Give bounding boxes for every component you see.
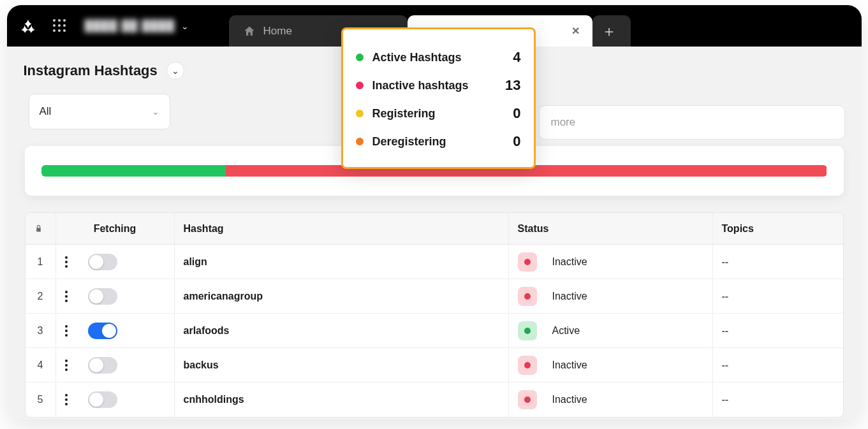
- fetching-toggle[interactable]: [88, 288, 117, 305]
- row-index: 2: [26, 279, 56, 313]
- dot-icon: [356, 54, 364, 61]
- stat-active-value: 4: [513, 49, 520, 66]
- lock-icon: [34, 224, 43, 233]
- fetching-cell: [56, 279, 175, 313]
- status-cell: Inactive: [509, 279, 713, 313]
- chevron-down-icon: ⌄: [152, 106, 159, 117]
- table-row[interactable]: 2americanagroupInactive--: [26, 279, 843, 314]
- topics-cell: --: [713, 245, 843, 279]
- topics-cell: --: [713, 382, 843, 417]
- fetching-cell: [56, 382, 175, 417]
- table-header: Fetching Hashtag Status Topics: [26, 213, 843, 245]
- status-indicator-icon: [518, 321, 537, 340]
- workspace-selector[interactable]: ████ ██ ████ ⌄: [85, 20, 189, 33]
- table-row[interactable]: 5cnhholdingsInactive--: [26, 382, 843, 417]
- search-input[interactable]: [539, 105, 845, 140]
- filter-status-value: All: [40, 105, 52, 118]
- topics-cell: --: [713, 348, 843, 382]
- stat-active-label: Active Hashtags: [372, 51, 462, 64]
- fetching-toggle[interactable]: [88, 391, 117, 408]
- status-text: Inactive: [552, 291, 587, 302]
- stat-registering-value: 0: [513, 105, 520, 122]
- stat-inactive-label: Inactive hashtags: [372, 79, 469, 92]
- app-window: ████ ██ ████ ⌄ Home gs ✕ ＋ Instagram Has…: [7, 5, 862, 419]
- row-menu-icon[interactable]: [65, 291, 68, 302]
- topics-cell: --: [713, 279, 843, 313]
- column-hashtag[interactable]: Hashtag: [175, 213, 509, 244]
- table-row[interactable]: 1alignInactive--: [26, 245, 843, 279]
- fetching-cell: [56, 245, 175, 279]
- column-index: [26, 213, 56, 244]
- hashtag-stats-popover: Active Hashtags 4 Inactive hashtags 13 R…: [341, 27, 536, 169]
- stat-deregistering-value: 0: [513, 133, 520, 150]
- tab-add-button[interactable]: ＋: [592, 15, 631, 47]
- hashtag-cell: americanagroup: [175, 279, 509, 313]
- progress-segment-active: [41, 165, 226, 177]
- brand-logo-icon[interactable]: [18, 17, 38, 36]
- fetching-toggle[interactable]: [88, 254, 117, 270]
- hashtag-cell: backus: [175, 348, 509, 382]
- title-dropdown-button[interactable]: ⌄: [166, 62, 184, 80]
- row-menu-icon[interactable]: [65, 325, 68, 337]
- row-menu-icon[interactable]: [65, 256, 68, 268]
- tab-home-label: Home: [263, 25, 292, 38]
- table-row[interactable]: 4backusInactive--: [26, 348, 843, 382]
- stat-active: Active Hashtags 4: [356, 43, 521, 71]
- close-icon[interactable]: ✕: [570, 25, 582, 37]
- stat-inactive: Inactive hashtags 13: [356, 71, 521, 99]
- dot-icon: [356, 82, 364, 89]
- status-text: Inactive: [552, 394, 587, 405]
- dot-icon: [356, 110, 364, 117]
- search-box: [539, 105, 845, 140]
- app-launcher-icon[interactable]: [53, 19, 67, 33]
- row-menu-icon[interactable]: [65, 394, 68, 405]
- status-text: Active: [552, 325, 580, 337]
- table-row[interactable]: 3arlafoodsActive--: [26, 314, 843, 348]
- column-fetching[interactable]: Fetching: [56, 213, 175, 244]
- dot-icon: [356, 138, 364, 145]
- fetching-cell: [56, 314, 175, 347]
- hashtag-cell: arlafoods: [175, 314, 509, 347]
- row-index: 4: [26, 348, 56, 382]
- status-cell: Inactive: [509, 245, 713, 279]
- row-menu-icon[interactable]: [65, 360, 68, 371]
- stat-registering-label: Registering: [372, 107, 436, 120]
- status-cell: Inactive: [509, 348, 713, 382]
- status-indicator-icon: [518, 390, 537, 409]
- home-icon: [243, 25, 256, 38]
- hashtag-cell: align: [175, 245, 509, 279]
- topics-cell: --: [713, 314, 843, 347]
- status-indicator-icon: [518, 287, 537, 306]
- plus-icon: ＋: [601, 21, 617, 41]
- status-indicator-icon: [518, 252, 537, 272]
- column-topics[interactable]: Topics: [713, 213, 843, 244]
- hashtag-cell: cnhholdings: [175, 382, 509, 417]
- workspace-name-masked: ████ ██ ████: [85, 20, 175, 33]
- page-title: Instagram Hashtags: [24, 62, 158, 79]
- status-text: Inactive: [552, 360, 587, 371]
- stat-deregistering: Deregistering 0: [356, 127, 521, 156]
- fetching-cell: [56, 348, 175, 382]
- stat-registering: Registering 0: [356, 99, 521, 127]
- column-status[interactable]: Status: [509, 213, 713, 244]
- stat-inactive-value: 13: [505, 77, 520, 94]
- fetching-toggle[interactable]: [88, 357, 117, 374]
- row-index: 5: [26, 382, 56, 417]
- row-index: 1: [26, 245, 56, 279]
- status-text: Inactive: [552, 256, 587, 268]
- status-cell: Inactive: [509, 382, 713, 417]
- filter-status-select[interactable]: All ⌄: [29, 94, 170, 129]
- fetching-toggle[interactable]: [88, 323, 117, 339]
- stat-deregistering-label: Deregistering: [372, 135, 446, 149]
- row-index: 3: [26, 314, 56, 347]
- hashtag-table: Fetching Hashtag Status Topics 1alignIna…: [25, 212, 844, 418]
- chevron-down-icon: ⌄: [181, 21, 189, 31]
- status-indicator-icon: [518, 356, 537, 375]
- chevron-down-icon: ⌄: [172, 66, 179, 76]
- table-body: 1alignInactive--2americanagroupInactive-…: [26, 245, 843, 417]
- status-cell: Active: [509, 314, 713, 347]
